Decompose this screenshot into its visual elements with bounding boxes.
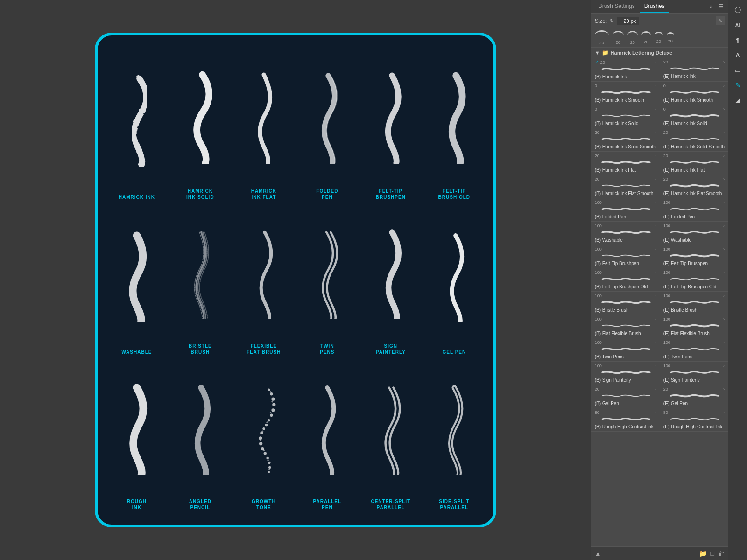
footer-folder-icon[interactable]: 📁 xyxy=(699,550,707,557)
expand-icon[interactable]: » xyxy=(708,2,715,11)
brush-list[interactable]: ✓20›(B) Hamrick Ink20›(E) Hamrick Ink0›(… xyxy=(591,58,728,546)
brush-list-item[interactable]: 80›(E) Rough High-Contrast Ink xyxy=(660,408,728,432)
brush-arrow-icon: › xyxy=(655,387,656,392)
reset-icon[interactable]: ↻ xyxy=(610,18,614,24)
brush-item-side-split-parallel[interactable]: SIDE-SPLITPARALLEL xyxy=(424,360,484,511)
brush-list-item[interactable]: 0›(E) Hamrick Ink Solid xyxy=(660,105,728,128)
size-input[interactable] xyxy=(617,17,639,25)
brush-list-item[interactable]: 100›(E) Twin Pens xyxy=(660,338,728,362)
brush-list-item[interactable]: 0›(B) Hamrick Ink Solid xyxy=(591,105,660,128)
brush-list-item[interactable]: 100›(B) Washable xyxy=(591,222,660,245)
brush-stroke-preview xyxy=(663,345,725,353)
brush-stroke-preview xyxy=(663,252,725,260)
brush-item-hamrick-ink-flat[interactable]: HAMRICKINK FLAT xyxy=(234,49,294,200)
toolbar-font-icon[interactable]: A xyxy=(730,49,745,62)
brush-item-hamrick-ink-solid[interactable]: HAMRICKINK SOLID xyxy=(170,49,230,200)
brush-list-item[interactable]: 100›(B) Felt-Tip Brushpen xyxy=(591,245,660,268)
brush-item-growth-tone[interactable]: GROWTHTONE xyxy=(234,360,294,511)
brush-list-item[interactable]: 0›(E) Hamrick Ink Smooth xyxy=(660,82,728,105)
footer-new-icon[interactable]: □ xyxy=(711,550,714,557)
footer-triangle-icon[interactable]: ▲ xyxy=(595,550,601,557)
brush-shape-icon-3[interactable] xyxy=(627,31,638,39)
brush-size-number: 0 xyxy=(595,84,597,88)
edit-icon[interactable]: ✎ xyxy=(716,16,725,25)
brush-list-item[interactable]: 100›(E) Folded Pen xyxy=(660,198,728,222)
brush-settings-panel: Brush Settings Brushes » ☰ Size: ↻ ✎ 20 … xyxy=(591,0,728,560)
brush-list-item[interactable]: 20›(E) Hamrick Ink Solid Smooth xyxy=(660,128,728,152)
brush-label-folded-pen: FOLDEDPEN xyxy=(316,188,338,200)
brush-shape-icon-6[interactable] xyxy=(667,32,674,38)
folder-header[interactable]: ▼ 📁 Hamrick Lettering Deluxe xyxy=(591,48,728,58)
brush-item-bristle-brush[interactable]: BRISTLEBRUSH xyxy=(170,205,230,356)
brush-stroke-preview xyxy=(595,228,656,237)
toolbar-cube-icon[interactable]: ▭ xyxy=(730,63,745,77)
brush-item-parallel-pen[interactable]: PARALLELPEN xyxy=(297,360,357,511)
brush-item-sign-painterly[interactable]: SIGNPAINTERLY xyxy=(361,205,421,356)
toolbar-info-icon[interactable]: ⓘ xyxy=(730,4,745,17)
brush-list-item[interactable]: 100›(B) Twin Pens xyxy=(591,338,660,362)
brush-list-item[interactable]: 100›(E) Felt-Tip Brushpen xyxy=(660,245,728,268)
brush-list-item[interactable]: 100›(B) Flat Flexible Brush xyxy=(591,315,660,338)
brush-shape-icon-4[interactable] xyxy=(641,31,651,39)
toolbar-paragraph-icon[interactable]: ¶ xyxy=(730,34,745,47)
brush-size-number: 0 xyxy=(595,107,597,112)
brush-list-name: (E) Flat Flexible Brush xyxy=(663,331,725,336)
list-icon[interactable]: ☰ xyxy=(717,2,726,11)
brush-list-item[interactable]: 20›(E) Hamrick Ink Flat Smooth xyxy=(660,175,728,198)
brush-list-item[interactable]: 100›(E) Sign Painterly xyxy=(660,362,728,385)
brush-list-item[interactable]: 20›(E) Hamrick Ink Flat xyxy=(660,152,728,175)
brush-stroke-preview xyxy=(595,158,656,167)
brush-item-flexible-flat-brush[interactable]: FLEXIBLEFLAT BRUSH xyxy=(234,205,294,356)
brush-arrow-icon: › xyxy=(723,60,725,64)
brush-item-felt-tip-brush-old[interactable]: FELT-TIPBRUSH OLD xyxy=(424,49,484,200)
toolbar-ai-icon[interactable]: AI xyxy=(730,19,745,32)
brush-list-item[interactable]: 20›(B) Hamrick Ink Flat Smooth xyxy=(591,175,660,198)
brush-item-rough-ink[interactable]: ROUGHINK xyxy=(107,360,167,511)
brush-stroke-preview xyxy=(663,88,725,97)
brush-arrow-icon: › xyxy=(723,387,725,392)
pressure-icons-row: 20 20 20 20 20 20 xyxy=(591,28,728,48)
brush-list-name: (B) Hamrick Ink Smooth xyxy=(595,98,656,103)
brush-size-number: 20 xyxy=(595,130,599,135)
brush-item-angled-pencil[interactable]: ANGLEDPENCIL xyxy=(170,360,230,511)
brush-list-item[interactable]: 20›(B) Hamrick Ink Flat xyxy=(591,152,660,175)
brush-list-item[interactable]: 20›(E) Gel Pen xyxy=(660,385,728,408)
brush-shape-icon-5[interactable] xyxy=(655,32,663,38)
tab-brush-settings[interactable]: Brush Settings xyxy=(594,0,640,13)
brush-list-item[interactable]: 100›(B) Felt-Tip Brushpen Old xyxy=(591,268,660,292)
toolbar-flow-icon[interactable]: ◢ xyxy=(730,93,745,106)
brush-list-item[interactable]: 80›(B) Rough High-Contrast Ink xyxy=(591,408,660,432)
brush-arrow-icon: › xyxy=(655,247,656,252)
brush-item-twin-pens[interactable]: TWINPENS xyxy=(297,205,357,356)
brush-stroke-preview xyxy=(595,135,656,143)
brush-list-item[interactable]: 20›(E) Hamrick Ink xyxy=(660,58,728,82)
brush-shape-icon-2[interactable] xyxy=(613,31,624,39)
brush-list-item[interactable]: 0›(B) Hamrick Ink Smooth xyxy=(591,82,660,105)
svg-point-26 xyxy=(268,469,270,470)
brush-list-item[interactable]: ✓20›(B) Hamrick Ink xyxy=(591,58,660,82)
brush-item-washable[interactable]: WASHABLE xyxy=(107,205,167,356)
svg-point-15 xyxy=(268,461,270,463)
brush-list-item[interactable]: 100›(B) Folded Pen xyxy=(591,198,660,222)
brush-stroke-preview xyxy=(663,368,725,377)
brush-list-item[interactable]: 100›(B) Sign Painterly xyxy=(591,362,660,385)
brush-list-item[interactable]: 20›(B) Gel Pen xyxy=(591,385,660,408)
brush-list-item[interactable]: 100›(E) Washable xyxy=(660,222,728,245)
brush-list-item[interactable]: 100›(E) Felt-Tip Brushpen Old xyxy=(660,268,728,292)
brush-list-item[interactable]: 20›(B) Hamrick Ink Solid Smooth xyxy=(591,128,660,152)
toolbar-brush-settings-icon[interactable]: ✎ xyxy=(730,78,745,91)
brush-list-item[interactable]: 100›(B) Bristle Brush xyxy=(591,292,660,315)
brush-list-item[interactable]: 100›(E) Flat Flexible Brush xyxy=(660,315,728,338)
brush-label-growth-tone: GROWTHTONE xyxy=(252,498,276,511)
brush-item-folded-pen[interactable]: FOLDEDPEN xyxy=(297,49,357,200)
brush-shape-icon-1[interactable] xyxy=(595,30,609,40)
brush-list-name: (E) Hamrick Ink Solid xyxy=(663,121,725,126)
brush-item-center-split-parallel[interactable]: CENTER-SPLITPARALLEL xyxy=(361,360,421,511)
brush-item-gel-pen[interactable]: GEL PEN xyxy=(424,205,484,356)
brush-item-hamrick-ink[interactable]: HAMRICK INK xyxy=(107,49,167,200)
brush-list-item[interactable]: 100›(E) Bristle Brush xyxy=(660,292,728,315)
brush-item-felt-tip-brushpen[interactable]: FELT-TIPBRUSHPEN xyxy=(361,49,421,200)
brush-size-number: 20 xyxy=(663,387,668,392)
footer-delete-icon[interactable]: 🗑 xyxy=(718,550,725,557)
tab-brushes[interactable]: Brushes xyxy=(640,0,669,13)
